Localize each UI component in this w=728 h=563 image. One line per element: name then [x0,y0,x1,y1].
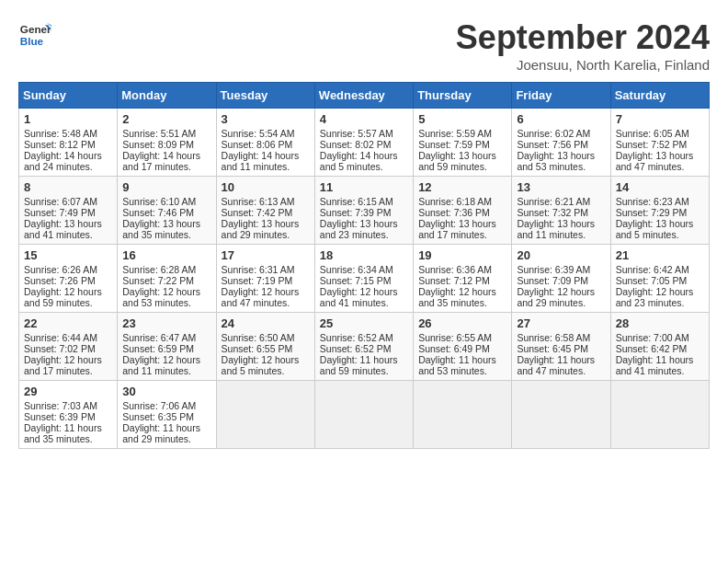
day-cell-11: 11 Sunrise: 6:15 AM Sunset: 7:39 PM Dayl… [314,177,413,245]
day-number: 4 [320,112,408,126]
day-cell-8: 8 Sunrise: 6:07 AM Sunset: 7:49 PM Dayli… [19,177,118,245]
day-cell-14: 14 Sunrise: 6:23 AM Sunset: 7:29 PM Dayl… [610,177,709,245]
sunrise: Sunrise: 6:31 AM [222,264,295,275]
sunrise: Sunrise: 6:02 AM [517,128,590,139]
sunset: Sunset: 7:26 PM [24,275,96,286]
week-row-5: 29 Sunrise: 7:03 AM Sunset: 6:39 PM Dayl… [19,381,710,449]
day-cell-16: 16 Sunrise: 6:28 AM Sunset: 7:22 PM Dayl… [118,245,216,313]
sunrise: Sunrise: 6:50 AM [222,332,295,343]
sunrise: Sunrise: 6:10 AM [122,196,196,207]
daylight: Daylight: 13 hours and 35 minutes. [122,218,200,240]
sunset: Sunset: 7:15 PM [320,275,392,286]
daylight: Daylight: 12 hours and 41 minutes. [320,286,398,308]
day-number: 30 [122,385,210,398]
day-number: 16 [122,248,210,262]
empty-cell [414,381,512,449]
day-number: 24 [222,316,310,330]
daylight: Daylight: 14 hours and 24 minutes. [24,150,102,172]
sunset: Sunset: 7:42 PM [222,207,293,218]
day-cell-13: 13 Sunrise: 6:21 AM Sunset: 7:32 PM Dayl… [512,177,610,245]
sunrise: Sunrise: 7:00 AM [616,332,689,343]
daylight: Daylight: 12 hours and 53 minutes. [122,286,200,308]
empty-cell [314,381,413,449]
header-friday: Friday [512,83,610,109]
svg-text:Blue: Blue [20,35,44,47]
daylight: Daylight: 13 hours and 11 minutes. [517,218,595,240]
sunset: Sunset: 6:55 PM [222,343,293,354]
daylight: Daylight: 11 hours and 41 minutes. [616,354,694,376]
empty-cell [610,381,709,449]
day-cell-4: 4 Sunrise: 5:57 AM Sunset: 8:02 PM Dayli… [314,109,413,177]
day-number: 2 [122,112,210,126]
sunset: Sunset: 7:05 PM [616,275,688,286]
sunset: Sunset: 7:12 PM [418,275,490,286]
sunrise: Sunrise: 6:36 AM [418,264,492,275]
sunrise: Sunrise: 6:05 AM [616,128,689,139]
day-cell-6: 6 Sunrise: 6:02 AM Sunset: 7:56 PM Dayli… [512,109,610,177]
sunrise: Sunrise: 6:34 AM [320,264,393,275]
day-cell-26: 26 Sunrise: 6:55 AM Sunset: 6:49 PM Dayl… [414,313,512,381]
daylight: Daylight: 12 hours and 29 minutes. [517,286,595,308]
daylight: Daylight: 12 hours and 35 minutes. [418,286,496,308]
daylight: Daylight: 13 hours and 59 minutes. [418,150,496,172]
sunset: Sunset: 6:35 PM [122,411,194,422]
daylight: Daylight: 14 hours and 5 minutes. [320,150,398,172]
location-subtitle: Joensuu, North Karelia, Finland [456,57,710,73]
daylight: Daylight: 12 hours and 59 minutes. [24,286,102,308]
sunset: Sunset: 7:32 PM [517,207,588,218]
day-number: 15 [24,248,112,262]
day-number: 27 [517,316,605,330]
day-number: 17 [222,248,310,262]
day-number: 9 [122,180,210,194]
day-cell-9: 9 Sunrise: 6:10 AM Sunset: 7:46 PM Dayli… [118,177,216,245]
daylight: Daylight: 13 hours and 53 minutes. [517,150,595,172]
daylight: Daylight: 14 hours and 17 minutes. [122,150,200,172]
sunrise: Sunrise: 6:39 AM [517,264,590,275]
day-number: 12 [418,180,506,194]
day-number: 21 [616,248,704,262]
day-cell-18: 18 Sunrise: 6:34 AM Sunset: 7:15 PM Dayl… [314,245,413,313]
sunset: Sunset: 7:29 PM [616,207,688,218]
day-cell-12: 12 Sunrise: 6:18 AM Sunset: 7:36 PM Dayl… [414,177,512,245]
day-number: 3 [222,112,310,126]
day-number: 18 [320,248,408,262]
daylight: Daylight: 12 hours and 23 minutes. [616,286,694,308]
weekday-header-row: Sunday Monday Tuesday Wednesday Thursday… [19,83,710,109]
logo-icon: General Blue [18,18,51,52]
day-number: 28 [616,316,704,330]
month-title: September 2024 [456,18,710,57]
calendar-table: Sunday Monday Tuesday Wednesday Thursday… [18,82,710,449]
sunrise: Sunrise: 6:26 AM [24,264,97,275]
sunset: Sunset: 6:59 PM [122,343,194,354]
sunset: Sunset: 7:59 PM [418,139,490,150]
sunrise: Sunrise: 5:51 AM [122,128,196,139]
daylight: Daylight: 12 hours and 5 minutes. [222,354,300,376]
sunset: Sunset: 7:22 PM [122,275,194,286]
sunset: Sunset: 7:46 PM [122,207,194,218]
daylight: Daylight: 12 hours and 17 minutes. [24,354,102,376]
day-cell-1: 1 Sunrise: 5:48 AM Sunset: 8:12 PM Dayli… [19,109,118,177]
logo: General Blue [18,18,51,52]
day-number: 10 [222,180,310,194]
sunrise: Sunrise: 7:06 AM [122,400,196,411]
day-number: 25 [320,316,408,330]
sunset: Sunset: 7:56 PM [517,139,588,150]
week-row-2: 8 Sunrise: 6:07 AM Sunset: 7:49 PM Dayli… [19,177,710,245]
daylight: Daylight: 11 hours and 53 minutes. [418,354,496,376]
daylight: Daylight: 11 hours and 35 minutes. [24,422,102,444]
sunset: Sunset: 8:12 PM [24,139,96,150]
header-monday: Monday [118,83,216,109]
sunset: Sunset: 7:36 PM [418,207,490,218]
empty-cell [512,381,610,449]
day-cell-15: 15 Sunrise: 6:26 AM Sunset: 7:26 PM Dayl… [19,245,118,313]
day-cell-19: 19 Sunrise: 6:36 AM Sunset: 7:12 PM Dayl… [414,245,512,313]
sunset: Sunset: 7:49 PM [24,207,96,218]
sunset: Sunset: 7:02 PM [24,343,96,354]
day-cell-2: 2 Sunrise: 5:51 AM Sunset: 8:09 PM Dayli… [118,109,216,177]
sunrise: Sunrise: 5:54 AM [222,128,295,139]
daylight: Daylight: 13 hours and 29 minutes. [222,218,300,240]
day-cell-29: 29 Sunrise: 7:03 AM Sunset: 6:39 PM Dayl… [19,381,118,449]
daylight: Daylight: 13 hours and 41 minutes. [24,218,102,240]
header-thursday: Thursday [414,83,512,109]
sunrise: Sunrise: 5:57 AM [320,128,393,139]
